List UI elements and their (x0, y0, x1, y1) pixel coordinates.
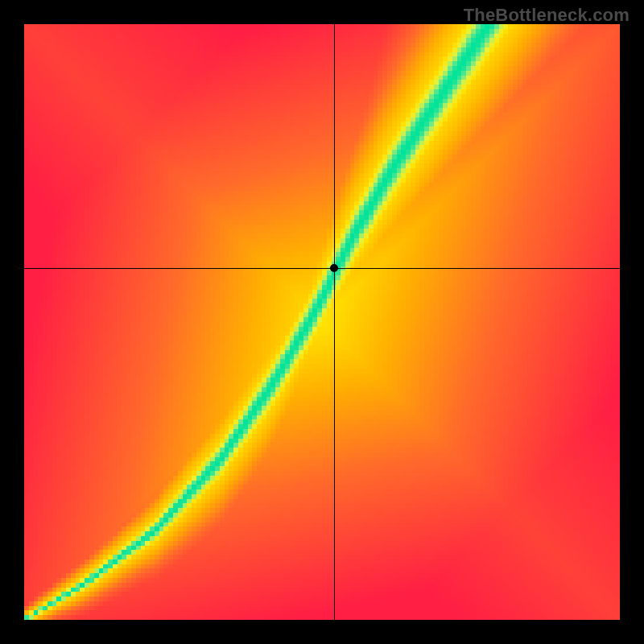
plot-area (24, 24, 620, 620)
watermark-text: TheBottleneck.com (464, 5, 630, 26)
crosshair-vertical (334, 24, 335, 620)
heatmap-canvas (24, 24, 620, 620)
marker-dot (330, 264, 338, 272)
crosshair-horizontal (24, 268, 620, 269)
chart-frame: TheBottleneck.com (0, 0, 644, 644)
